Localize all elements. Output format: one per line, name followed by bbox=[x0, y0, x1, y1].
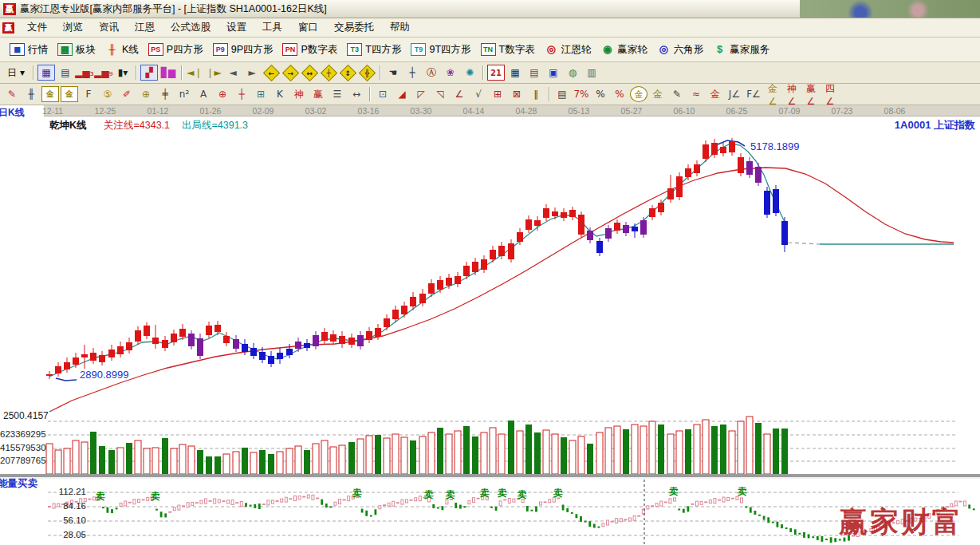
ruler-vertical-icon[interactable]: ▤ bbox=[553, 86, 571, 102]
percent-line-icon[interactable]: % bbox=[611, 86, 628, 102]
fan-box-1-icon[interactable]: ◸ bbox=[412, 86, 430, 102]
check-lines-icon[interactable]: √ bbox=[470, 86, 487, 102]
menu-item-3[interactable]: 江恩 bbox=[127, 19, 163, 36]
wave-a-icon[interactable]: ≈ bbox=[687, 86, 705, 102]
menu-item-2[interactable]: 资讯 bbox=[91, 19, 127, 36]
pen-icon[interactable]: ✎ bbox=[3, 86, 21, 102]
annotate-tool-icon[interactable]: Ⓐ bbox=[423, 65, 440, 81]
menu-item-7[interactable]: 窗口 bbox=[290, 19, 326, 36]
menu-item-8[interactable]: 交易委托 bbox=[326, 19, 382, 36]
shen-tool-icon[interactable]: 神 bbox=[290, 86, 308, 102]
k-mark-icon[interactable]: K bbox=[271, 86, 289, 102]
percent-icon[interactable]: % bbox=[592, 86, 609, 102]
gold-underline-icon[interactable]: 金 bbox=[706, 86, 724, 102]
circle-cross-icon[interactable]: ⊕ bbox=[214, 86, 231, 102]
star-tool-icon[interactable]: ✺ bbox=[461, 65, 478, 81]
fibonacci-grid-icon[interactable]: F bbox=[80, 86, 97, 102]
grid-target-icon[interactable]: ⊞ bbox=[252, 86, 270, 102]
gold-lines-icon[interactable]: 金 bbox=[649, 86, 667, 102]
shift-right-icon[interactable]: → bbox=[281, 65, 299, 81]
indicator-mark-pink bbox=[513, 499, 515, 502]
gann-grid-icon[interactable]: ╫ bbox=[22, 86, 40, 102]
menu-item-4[interactable]: 公式选股 bbox=[163, 19, 218, 36]
diamond-shape: ┼ bbox=[320, 64, 337, 81]
notes-icon[interactable]: ▤ bbox=[525, 65, 543, 81]
hash-wide-icon[interactable]: ╪ bbox=[156, 86, 174, 102]
featurebar-winner-wheel-button[interactable]: ◉赢家轮 bbox=[597, 41, 654, 58]
save-icon[interactable]: ▣ bbox=[545, 65, 562, 81]
color-histogram-icon[interactable]: ▊▆ bbox=[159, 65, 177, 81]
j-angle-icon[interactable]: J∠ bbox=[726, 86, 743, 102]
seven-percent-icon[interactable]: 7% bbox=[573, 86, 590, 102]
web-icon[interactable]: ◍ bbox=[564, 65, 581, 81]
target-icon[interactable]: ┼ bbox=[233, 86, 250, 102]
width-measure-icon[interactable]: ↔ bbox=[348, 86, 365, 102]
gold-angle-icon[interactable]: 金∠ bbox=[764, 86, 781, 102]
next-page-icon[interactable]: ► bbox=[243, 65, 261, 81]
ying-angle-icon[interactable]: 赢∠ bbox=[802, 86, 820, 102]
expand-vertical-icon[interactable]: ↕ bbox=[339, 65, 356, 81]
chart-canvas[interactable]: 12-1112-2501-1201-2602-0903-0203-1603-30… bbox=[0, 105, 980, 545]
flower-tool-icon[interactable]: ❀ bbox=[442, 65, 459, 81]
prev-page-icon[interactable]: ◄ bbox=[224, 65, 242, 81]
hand-tool-icon[interactable]: ☚ bbox=[384, 65, 402, 81]
expand-horizontal-icon[interactable]: ↔ bbox=[301, 65, 318, 81]
featurebar-9t-square-button[interactable]: T99T四方形 bbox=[407, 41, 477, 58]
grid-red-icon[interactable]: ⊞ bbox=[489, 86, 506, 102]
shen-angle-icon[interactable]: 神∠ bbox=[783, 86, 801, 102]
pen-black-icon[interactable]: ✎ bbox=[668, 86, 686, 102]
crosshair-tool-icon[interactable]: ┼ bbox=[403, 65, 421, 81]
candle-style-icon[interactable]: ▮▾ bbox=[114, 65, 132, 81]
featurebar-quotes-button[interactable]: ▦行情 bbox=[6, 41, 54, 58]
calculator-icon[interactable]: ▦ bbox=[506, 65, 524, 81]
gold-circle-icon[interactable]: 金 bbox=[630, 86, 647, 102]
first-page-icon[interactable]: ◄❘ bbox=[186, 65, 203, 81]
gold-box-1-icon[interactable]: 金 bbox=[41, 86, 59, 102]
period-selector-icon[interactable]: 日 ▾ bbox=[3, 65, 29, 81]
grid-red-box-icon[interactable]: ⊠ bbox=[508, 86, 525, 102]
featurebar-kline-button[interactable]: ╫K线 bbox=[102, 41, 145, 58]
calendar-icon[interactable]: 21 bbox=[487, 65, 505, 81]
fit-all-icon[interactable]: ╬ bbox=[358, 65, 376, 81]
compass-icon[interactable]: ⊕ bbox=[137, 86, 155, 102]
five-spiral-icon[interactable]: ⑤ bbox=[99, 86, 116, 102]
pen-2-icon[interactable]: ✐ bbox=[118, 86, 136, 102]
ruler-123-icon[interactable]: ☰ bbox=[329, 86, 346, 102]
mirror-a-icon[interactable]: A bbox=[195, 86, 212, 102]
print-icon[interactable]: ▥ bbox=[583, 65, 600, 81]
featurebar-gann-wheel-button[interactable]: ◎江恩轮 bbox=[541, 41, 598, 58]
candle-body bbox=[214, 325, 221, 332]
featurebar-winner-service-button[interactable]: $赢家服务 bbox=[710, 41, 776, 58]
menu-item-5[interactable]: 设置 bbox=[218, 19, 254, 36]
kline-view-icon[interactable]: ▦ bbox=[37, 65, 55, 81]
featurebar-t-square-button[interactable]: T3T四方形 bbox=[344, 41, 407, 58]
featurebar-hexagon-button[interactable]: ◎六角形 bbox=[654, 41, 710, 58]
menu-item-1[interactable]: 浏览 bbox=[55, 19, 91, 36]
shift-left-icon[interactable]: ← bbox=[262, 65, 280, 81]
menu-item-6[interactable]: 工具 bbox=[254, 19, 290, 36]
featurebar-sectors-button[interactable]: ▩板块 bbox=[54, 41, 102, 58]
featurebar-9p-square-button[interactable]: P99P四方形 bbox=[210, 41, 280, 58]
f-angle-icon[interactable]: F∠ bbox=[745, 86, 762, 102]
box-tool-icon[interactable]: ⊡ bbox=[374, 86, 392, 102]
angle-lines-icon[interactable]: ∠ bbox=[451, 86, 468, 102]
indicator-axis-label-2: 84.16 bbox=[0, 501, 86, 511]
menu-item-9[interactable]: 帮助 bbox=[382, 19, 418, 36]
info-view-icon[interactable]: ▤ bbox=[57, 65, 74, 81]
featurebar-t-table-button[interactable]: TNT数字表 bbox=[478, 41, 541, 58]
featurebar-p-square-button[interactable]: PSP四方形 bbox=[145, 41, 210, 58]
parallel-lines-icon[interactable]: ∥ bbox=[527, 86, 545, 102]
gann-tool-icon[interactable]: ▞ bbox=[140, 65, 158, 81]
last-page-icon[interactable]: ❘► bbox=[205, 65, 222, 81]
n-square-icon[interactable]: n² bbox=[175, 86, 193, 102]
featurebar-p-table-button[interactable]: PNP数字表 bbox=[279, 41, 344, 58]
ma9-view-icon[interactable]: ▂▅₉ bbox=[95, 65, 112, 81]
menu-item-0[interactable]: 文件 bbox=[19, 19, 55, 36]
ma3-view-icon[interactable]: ▂▅₃ bbox=[76, 65, 93, 81]
ying-tool-icon[interactable]: 赢 bbox=[309, 86, 327, 102]
compress-icon[interactable]: ┼ bbox=[320, 65, 337, 81]
fan-box-2-icon[interactable]: ◹ bbox=[431, 86, 449, 102]
si-angle-icon[interactable]: 四∠ bbox=[821, 86, 839, 102]
gold-box-2-icon[interactable]: 金 bbox=[61, 86, 78, 102]
fan-lines-icon[interactable]: ◢ bbox=[393, 86, 411, 102]
